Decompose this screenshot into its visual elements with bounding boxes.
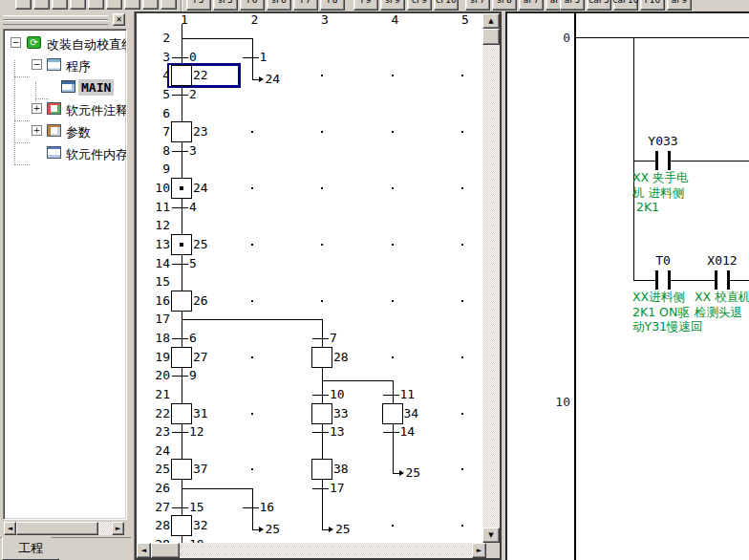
toolbar-fkey-button[interactable]: F10 xyxy=(640,0,665,11)
sfc-transition-label: 11 xyxy=(400,388,416,401)
sfc-jump-25[interactable]: 25 xyxy=(406,466,421,480)
toolbar-icon-button[interactable] xyxy=(88,0,104,10)
tree-toggle-plus-icon[interactable]: + xyxy=(32,103,42,114)
toolbar-fkey-button[interactable]: sF9 xyxy=(380,0,405,11)
sfc-hscroll-thumb[interactable] xyxy=(151,543,180,558)
toolbar-icon-button[interactable] xyxy=(106,0,122,10)
ladder-contact-T0[interactable] xyxy=(668,270,671,290)
sfc-step-23[interactable] xyxy=(171,121,192,142)
tree-toggle-minus-icon[interactable]: − xyxy=(11,37,21,48)
toolbar-fkey-button[interactable]: sF6 xyxy=(267,0,291,11)
sfc-step-22[interactable] xyxy=(171,65,192,86)
toolbar-fkey-button[interactable]: cF9 xyxy=(407,0,432,11)
toolbar-fkey-button[interactable]: caF5 xyxy=(587,0,611,11)
tree-hscroll-thumb[interactable] xyxy=(16,522,98,535)
toolbar-icon-button[interactable] xyxy=(124,0,140,10)
sfc-transition-0[interactable] xyxy=(172,57,188,58)
scroll-up-icon[interactable]: ▲ xyxy=(482,13,500,29)
sfc-step-24[interactable] xyxy=(171,178,192,199)
toolbar-icon-button[interactable] xyxy=(52,0,68,10)
toolbar-fkey-button[interactable]: F5 xyxy=(186,0,211,11)
tree-item-project-root[interactable]: −⟳改装自动校直线 xyxy=(4,33,126,53)
toolbar-fkey-button[interactable]: sF5 xyxy=(213,0,238,11)
sfc-transition-13[interactable] xyxy=(312,432,329,433)
toolbar-icon-button[interactable] xyxy=(70,0,86,10)
tree-hscrollbar[interactable]: ◄ ► xyxy=(4,522,124,535)
sfc-transition-1[interactable] xyxy=(243,57,259,58)
toolbar-fkey-button[interactable]: sF7 xyxy=(465,0,490,11)
toolbar-fkey-button[interactable]: cF10 xyxy=(434,0,459,11)
panel-close-button[interactable]: ✕ xyxy=(113,13,125,26)
toolbar-fkey-button[interactable]: F8 xyxy=(320,0,345,11)
tab-project[interactable]: 工程 xyxy=(2,537,59,560)
ladder-contact-X012[interactable] xyxy=(715,270,717,290)
sfc-step-33[interactable] xyxy=(311,403,332,424)
sfc-transition-15[interactable] xyxy=(172,507,188,508)
sfc-step-26[interactable] xyxy=(171,291,192,312)
sfc-transition-11[interactable] xyxy=(383,395,399,396)
toolbar-fkey-button[interactable]: aF7 xyxy=(519,0,544,11)
sfc-diagram[interactable]: 1234523456789101112131415161718192021222… xyxy=(137,13,482,543)
sfc-transition-12[interactable] xyxy=(172,432,188,433)
tree-item-device-comment[interactable]: +软元件注释 xyxy=(4,99,126,118)
sfc-row-header: 13 xyxy=(144,238,170,251)
sfc-transition-17[interactable] xyxy=(312,488,329,489)
toolbar-fkey-button[interactable]: aF5 xyxy=(560,0,585,11)
tree-item-device-memory[interactable]: 软元件内存 xyxy=(4,143,126,162)
sfc-step-25[interactable] xyxy=(171,234,192,255)
toolbar-icon-button[interactable] xyxy=(142,0,159,10)
scroll-right-icon[interactable]: ► xyxy=(472,543,486,558)
tree-toggle-plus-icon[interactable]: + xyxy=(32,125,42,136)
toolbar-fkey-button[interactable]: F7 xyxy=(293,0,318,11)
sfc-transition-3[interactable] xyxy=(172,151,188,152)
ladder-panel[interactable]: 010Y033XX 夹手电 机 进料侧 2K1T0X012XX进料侧 2K1 O… xyxy=(505,11,749,560)
sfc-jump-25[interactable]: 25 xyxy=(266,523,281,536)
sfc-step-28[interactable] xyxy=(311,347,332,368)
sfc-row-header: 7 xyxy=(144,125,170,139)
panel-grip[interactable] xyxy=(3,20,108,25)
toolbar-icon-button[interactable] xyxy=(15,0,32,10)
ladder-contact-Y033[interactable] xyxy=(655,151,658,170)
tree-item-program-folder[interactable]: −程序 xyxy=(4,55,126,75)
sfc-vscrollbar[interactable]: ▲ ▼ xyxy=(482,13,500,543)
tree-item-program-main[interactable]: MAIN xyxy=(4,77,126,97)
toolbar-icon-button[interactable] xyxy=(160,0,177,10)
sfc-vscroll-thumb[interactable] xyxy=(482,29,500,45)
scroll-down-icon[interactable]: ▼ xyxy=(482,528,500,543)
toolbar-fkey-button[interactable]: sF8 xyxy=(492,0,517,11)
sfc-step-34[interactable] xyxy=(382,403,403,424)
toolbar-fkey-button[interactable]: caF10 xyxy=(613,0,638,11)
sfc-transition-2[interactable] xyxy=(172,95,188,96)
toolbar-fkey-button[interactable]: aF9 xyxy=(667,0,692,11)
scroll-right-icon[interactable]: ► xyxy=(112,522,124,535)
sfc-jump-25[interactable]: 25 xyxy=(335,523,351,536)
ladder-contact-Y033[interactable] xyxy=(668,151,671,170)
scroll-left-icon[interactable]: ◄ xyxy=(4,522,16,535)
sfc-transition-7[interactable] xyxy=(312,338,329,339)
sfc-jump-24[interactable]: 24 xyxy=(266,73,281,86)
toolbar-icon-button[interactable] xyxy=(33,0,50,10)
sfc-transition-9[interactable] xyxy=(172,376,188,377)
ladder-contact-X012[interactable] xyxy=(727,270,730,290)
sfc-step-31[interactable] xyxy=(171,403,192,424)
sfc-transition-10[interactable] xyxy=(312,395,329,396)
ladder-contact-T0[interactable] xyxy=(655,270,658,290)
sfc-step-38[interactable] xyxy=(311,459,332,480)
comment-icon xyxy=(47,102,61,115)
project-tree[interactable]: −⟳改装自动校直线−程序MAIN+软元件注释+参数软元件内存 xyxy=(3,29,127,520)
fkey-label: F6 xyxy=(247,0,258,5)
sfc-transition-6[interactable] xyxy=(172,338,188,339)
tree-item-parameter[interactable]: +参数 xyxy=(4,121,126,140)
scroll-left-icon[interactable]: ◄ xyxy=(137,543,151,558)
sfc-step-27[interactable] xyxy=(171,347,192,368)
sfc-step-32[interactable] xyxy=(171,515,192,536)
toolbar-fkey-button[interactable]: F9 xyxy=(353,0,378,11)
sfc-transition-5[interactable] xyxy=(172,264,188,265)
sfc-transition-16[interactable] xyxy=(243,507,259,508)
sfc-hscrollbar[interactable]: ◄ ► xyxy=(137,543,486,558)
toolbar-fkey-button[interactable]: F6 xyxy=(240,0,265,11)
sfc-transition-14[interactable] xyxy=(383,432,399,433)
sfc-transition-4[interactable] xyxy=(172,207,188,208)
tree-toggle-minus-icon[interactable]: − xyxy=(32,59,42,70)
sfc-step-37[interactable] xyxy=(171,459,192,480)
